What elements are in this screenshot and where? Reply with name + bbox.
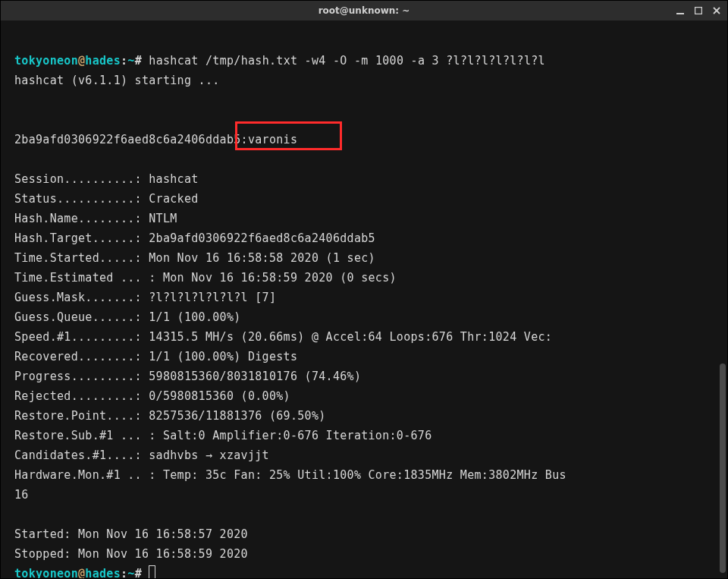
prompt-host: hades [85, 54, 121, 68]
stat-hash-name: Hash.Name........: NTLM [14, 212, 177, 225]
close-button[interactable] [711, 5, 723, 17]
prompt-colon: : [121, 567, 127, 578]
prompt-at: @ [78, 567, 85, 578]
scrollbar[interactable] [720, 20, 726, 578]
window-controls [674, 1, 723, 20]
prompt-hash: # [135, 567, 142, 578]
stat-recovered: Recovered........: 1/1 (100.00%) Digests [14, 350, 297, 363]
stat-hardware: Hardware.Mon.#1 .. : Temp: 35c Fan: 25% … [14, 468, 566, 482]
footer-stopped: Stopped: Mon Nov 16 16:58:59 2020 [14, 547, 248, 561]
prompt-at: @ [78, 54, 85, 68]
prompt-user: tokyoneon [14, 54, 78, 68]
cursor-icon [149, 565, 155, 578]
scrollbar-thumb[interactable] [720, 363, 726, 573]
svg-rect-1 [695, 8, 702, 14]
prompt-hash: # [135, 54, 142, 68]
prompt-user: tokyoneon [14, 567, 78, 578]
svg-rect-0 [676, 13, 684, 14]
stat-candidates: Candidates.#1....: sadhvbs → xzavjjt [14, 448, 269, 462]
maximize-button[interactable] [692, 5, 704, 17]
stat-time-started: Time.Started.....: Mon Nov 16 16:58:58 2… [14, 251, 375, 265]
stat-guess-queue: Guess.Queue......: 1/1 (100.00%) [14, 310, 241, 324]
stat-rejected: Rejected.........: 0/5980815360 (0.00%) [14, 389, 290, 403]
terminal-window: root@unknown: ~ tokyoneon@hades:~# hashc… [0, 0, 728, 579]
footer-started: Started: Mon Nov 16 16:58:57 2020 [14, 527, 248, 541]
titlebar[interactable]: root@unknown: ~ [1, 1, 727, 20]
prompt-path: ~ [127, 54, 134, 68]
stat-hardware-wrap: 16 [14, 488, 29, 502]
minimize-button[interactable] [674, 5, 686, 17]
stat-hash-target: Hash.Target......: 2ba9afd0306922f6aed8c… [14, 231, 375, 245]
stat-speed: Speed.#1.........: 14315.5 MH/s (20.66ms… [14, 330, 552, 344]
stat-time-estimated: Time.Estimated ... : Mon Nov 16 16:58:59… [14, 271, 397, 285]
stat-status: Status...........: Cracked [14, 192, 199, 206]
stat-guess-mask: Guess.Mask.......: ?l?l?l?l?l?l?l [7] [14, 291, 276, 304]
stat-restore-sub: Restore.Sub.#1 ... : Salt:0 Amplifier:0-… [14, 429, 432, 442]
stat-session: Session..........: hashcat [14, 172, 199, 186]
window-title: root@unknown: ~ [318, 5, 410, 16]
prompt-colon: : [121, 54, 127, 68]
cracked-hash-line: 2ba9afd0306922f6aed8c6a2406ddab5:varonis [14, 133, 297, 146]
stat-restore-point: Restore.Point....: 8257536/11881376 (69.… [14, 409, 326, 423]
command-text: hashcat /tmp/hash.txt -w4 -O -m 1000 -a … [142, 54, 545, 68]
prompt-path: ~ [127, 567, 134, 578]
terminal-output[interactable]: tokyoneon@hades:~# hashcat /tmp/hash.txt… [1, 20, 727, 578]
stat-progress: Progress.........: 5980815360/8031810176… [14, 370, 361, 383]
prompt-host: hades [85, 567, 121, 578]
starting-line: hashcat (v6.1.1) starting ... [14, 74, 220, 87]
